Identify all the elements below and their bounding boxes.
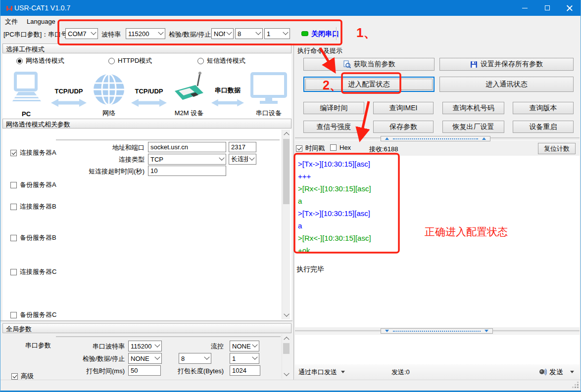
stopbits-select[interactable]: 1 [264,28,290,39]
databits-select[interactable]: 8 [235,28,263,39]
save-params-button[interactable]: 保存参数 [373,121,434,133]
query-phone-number-button[interactable]: 查询本机号码 [442,102,504,114]
close-button[interactable] [558,0,581,16]
double-arrow-icon [51,98,87,108]
scroll-down-icon[interactable] [282,371,290,379]
checkbox-backup-b[interactable]: 备份服务器B [10,233,56,242]
diagram-link-1-label: TCP/UDP [51,87,87,95]
diagram-node-network: 网络 [93,73,125,118]
command-panel-header: 执行命令及提示 [297,46,342,55]
flow-select[interactable]: NONE [230,341,259,351]
recv-count-label: 接收:6188 [369,145,398,154]
enter-comm-button[interactable]: 进入通讯状态 [439,77,574,92]
serial-stopbits-select[interactable]: 1 [230,353,259,364]
log-area[interactable]: >[Tx->][10:30:15][asc] +++ >[Rx<-][10:30… [295,156,580,327]
checkbox-server-a[interactable]: 连接服务器A [10,148,56,157]
conn-type-select[interactable]: TCP [148,154,226,165]
chevron-down-icon [225,29,233,39]
device-restart-button[interactable]: 设备重启 [513,121,574,133]
chevron-down-icon [203,353,211,363]
baud-label: 波特率 [101,30,121,39]
scroll-up-icon[interactable] [282,130,290,137]
checkbox-server-c[interactable]: 连接服务器C [10,267,56,276]
serial-parity-select[interactable]: NONE [128,353,162,364]
chevron-down-icon [254,29,262,39]
chevron-down-icon [153,341,161,351]
checkbox-timestamp[interactable]: 时间戳 [296,144,325,153]
radio-sms-mode[interactable]: 短信透传模式 [197,56,245,65]
app-window: USR-CAT1 V1.0.7 文件 Language [PC串口参数]：串口号… [0,0,581,392]
serial-baud-select[interactable]: 115200 [128,341,162,351]
global-params-scrollbar[interactable] [282,334,290,379]
dropdown-arrow-icon[interactable] [341,371,345,373]
server-port-input[interactable]: 2317 [229,142,256,152]
m2m-device-icon [173,71,205,107]
checkbox-icon [296,145,302,152]
chevron-down-icon [90,29,97,39]
dropdown-arrow-icon[interactable] [570,371,574,373]
scrollbar-thumb[interactable] [283,139,290,204]
splitter-handle-bottom[interactable] [381,328,493,334]
radio-httpd-mode[interactable]: HTTPD模式 [108,56,152,65]
checkbox-hex[interactable]: Hex [330,144,351,151]
compile-time-button[interactable]: 编译时间 [303,102,364,114]
diagram-link-2: TCP/UDP [131,87,167,118]
checkbox-backup-c[interactable]: 备份服务器C [10,310,56,319]
scroll-down-icon[interactable] [282,311,290,319]
menu-language[interactable]: Language [22,17,60,26]
factory-reset-button[interactable]: 恢复出厂设置 [442,121,504,133]
parity-label: 检验/数据/停止 [169,30,211,39]
timeout-input[interactable]: 10 [148,166,226,176]
app-logo-icon [5,4,13,12]
globe-icon [93,73,125,107]
send-via-serial-dropdown[interactable]: 通过串口发送 [298,368,337,377]
checkbox-icon [10,150,17,156]
com-port-select[interactable]: COM7 [65,28,98,39]
server-address-input[interactable]: socket.usr.cn [148,142,226,152]
query-signal-button[interactable]: 查信号强度 [303,121,364,133]
pack-time-input[interactable]: 50 [128,365,161,376]
minimize-button[interactable] [514,0,536,16]
query-imei-button[interactable]: 查询IMEI [373,102,434,114]
addr-port-label: 地址和端口 [112,143,145,152]
checkbox-icon [330,144,337,151]
minimize-icon [522,8,528,8]
close-port-button[interactable]: 关闭串口 [311,30,339,39]
serial-databits-select[interactable]: 8 [179,353,211,364]
radio-icon [197,58,204,64]
menu-file[interactable]: 文件 [0,16,22,27]
splitter-handle-top[interactable] [381,136,490,141]
scrollbar-thumb[interactable] [283,343,290,354]
log-line: a [298,195,580,207]
triangle-up-icon [482,137,486,140]
checkbox-backup-a[interactable]: 备份服务器A [10,180,56,189]
set-save-all-button[interactable]: 设置并保存所有参数 [439,58,574,71]
net-params-panel: 连接服务器A 地址和端口 socket.usr.cn 2317 连接类型 TCP… [2,129,291,320]
get-params-button[interactable]: 获取当前参数 [303,58,435,71]
checkbox-server-b[interactable]: 连接服务器B [10,202,56,211]
triangle-up-icon [385,137,389,140]
diagram-link-3: 串口数据 [211,86,244,118]
chevron-down-icon [218,154,226,164]
scroll-up-icon[interactable] [282,334,290,342]
send-sound-icon [538,368,547,376]
send-text-area[interactable] [295,335,580,364]
checkbox-icon [10,235,17,241]
maximize-button[interactable] [536,0,558,16]
conn-type-label: 连接类型 [119,155,145,164]
laptop-icon [7,72,45,108]
parity-select[interactable]: NONI [211,28,234,39]
net-params-scrollbar[interactable] [282,130,290,319]
radio-net-transparent-mode[interactable]: 网络透传模式 [16,56,64,65]
chevron-down-icon [157,29,165,39]
pack-len-input[interactable]: 1024 [230,365,260,376]
send-button[interactable]: 发送 [549,368,563,377]
pc-serial-params-label: [PC串口参数]：串口号 [3,30,67,39]
conn-mode-select[interactable]: 长连接 [229,154,256,165]
resize-grip[interactable] [577,387,579,388]
global-params-header: 全局参数 [2,323,291,333]
query-version-button[interactable]: 查询版本 [513,102,574,114]
baud-select[interactable]: 115200 [126,28,165,39]
reset-count-button[interactable]: 复位计数 [538,143,576,154]
splitter-dots [393,138,478,139]
